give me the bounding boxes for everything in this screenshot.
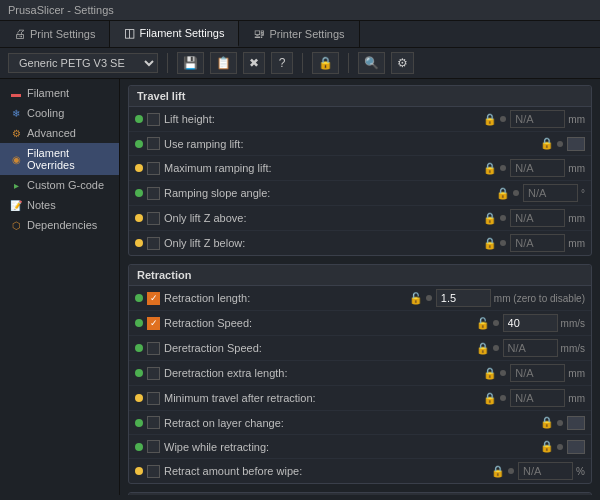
unit-retraction-speed: mm/s	[561, 318, 585, 329]
sidebar-item-filament[interactable]: ▬ Filament	[0, 83, 119, 103]
row-retract-before-wipe: Retract amount before wipe: 🔒 %	[129, 459, 591, 483]
sidebar-item-filament-overrides-label: Filament Overrides	[27, 147, 111, 171]
input-retraction-speed[interactable]	[503, 314, 558, 332]
controls-deretraction-extra: 🔒 mm	[483, 364, 585, 382]
lock-retract-layer-change[interactable]: 🔒	[540, 416, 554, 429]
input-min-travel[interactable]	[510, 389, 565, 407]
lock-max-ramping-lift[interactable]: 🔒	[483, 162, 497, 175]
input-lift-z-below[interactable]	[510, 234, 565, 252]
lock-lift-height[interactable]: 🔒	[483, 113, 497, 126]
sidebar-item-dependencies[interactable]: ⬡ Dependencies	[0, 215, 119, 235]
dot-deretraction-extra	[135, 369, 143, 377]
settings-button[interactable]: ⚙	[391, 52, 414, 74]
sidebar-item-advanced[interactable]: ⚙ Advanced	[0, 123, 119, 143]
tab-printer-settings[interactable]: 🖳 Printer Settings	[239, 21, 359, 47]
input-lift-z-above[interactable]	[510, 209, 565, 227]
lock-retraction-length[interactable]: 🔓	[409, 292, 423, 305]
row-lift-z-below: Only lift Z below: 🔒 mm	[129, 231, 591, 255]
app-title: PrusaSlicer - Settings	[8, 4, 114, 16]
sidebar-item-custom-gcode[interactable]: ▸ Custom G-code	[0, 175, 119, 195]
dot-deretraction-speed	[135, 344, 143, 352]
checkbox-retraction-speed[interactable]: ✓	[147, 317, 160, 330]
controls-lift-z-below: 🔒 mm	[483, 234, 585, 252]
lock-min-travel[interactable]: 🔒	[483, 392, 497, 405]
lock-button[interactable]: 🔒	[312, 52, 339, 74]
row-retraction-speed: ✓ Retraction Speed: 🔓 mm/s	[129, 311, 591, 336]
unit-deretraction-speed: mm/s	[561, 343, 585, 354]
input-max-ramping-lift[interactable]	[510, 159, 565, 177]
checkbox-retract-before-wipe[interactable]	[147, 465, 160, 478]
unit-lift-height: mm	[568, 114, 585, 125]
sidebar-item-cooling[interactable]: ❄ Cooling	[0, 103, 119, 123]
profile-select[interactable]: Generic PETG V3 SE	[8, 53, 158, 73]
dot-small-retraction-length	[426, 295, 432, 301]
row-max-ramping-lift: Maximum ramping lift: 🔒 mm	[129, 156, 591, 181]
help-button[interactable]: ?	[271, 52, 293, 74]
tab-bar: 🖨 Print Settings ◫ Filament Settings 🖳 P…	[0, 21, 600, 48]
checkbox-max-ramping-lift[interactable]	[147, 162, 160, 175]
unit-max-ramping-lift: mm	[568, 163, 585, 174]
checkbox-min-travel[interactable]	[147, 392, 160, 405]
row-min-travel: Minimum travel after retraction: 🔒 mm	[129, 386, 591, 411]
lock-deretraction-speed[interactable]: 🔒	[476, 342, 490, 355]
tab-print-settings[interactable]: 🖨 Print Settings	[0, 21, 110, 47]
lock-lift-z-below[interactable]: 🔒	[483, 237, 497, 250]
unit-deretraction-extra: mm	[568, 368, 585, 379]
checkbox-deretraction-extra[interactable]	[147, 367, 160, 380]
toolbar-separator-2	[302, 53, 303, 73]
notes-icon: 📝	[10, 199, 22, 211]
dot-small-lift-height	[500, 116, 506, 122]
sidebar-item-filament-overrides[interactable]: ◉ Filament Overrides	[0, 143, 119, 175]
checkbox-lift-z-below[interactable]	[147, 237, 160, 250]
filament-settings-icon: ◫	[124, 26, 135, 40]
label-lift-z-below: Only lift Z below:	[164, 237, 483, 249]
advanced-icon: ⚙	[10, 127, 22, 139]
sidebar-item-notes[interactable]: 📝 Notes	[0, 195, 119, 215]
tab-filament-settings[interactable]: ◫ Filament Settings	[110, 21, 239, 47]
label-max-ramping-lift: Maximum ramping lift:	[164, 162, 483, 174]
lock-deretraction-extra[interactable]: 🔒	[483, 367, 497, 380]
checkbox-deretraction-speed[interactable]	[147, 342, 160, 355]
checkbox-wipe-retracting[interactable]	[147, 440, 160, 453]
row-retraction-length: ✓ Retraction length: 🔓 mm (zero to disab…	[129, 286, 591, 311]
sidebar-item-filament-label: Filament	[27, 87, 69, 99]
lock-wipe-retracting[interactable]: 🔒	[540, 440, 554, 453]
lock-slope-angle[interactable]: 🔒	[496, 187, 510, 200]
unit-lift-z-above: mm	[568, 213, 585, 224]
input-deretraction-speed[interactable]	[503, 339, 558, 357]
dot-small-retraction-speed	[493, 320, 499, 326]
checkbox-lift-height[interactable]	[147, 113, 160, 126]
input-retraction-length[interactable]	[436, 289, 491, 307]
checkbox-ramping-lift[interactable]	[147, 137, 160, 150]
row-ramping-lift: Use ramping lift: 🔒	[129, 132, 591, 156]
controls-min-travel: 🔒 mm	[483, 389, 585, 407]
input-retract-before-wipe[interactable]	[518, 462, 573, 480]
lock-retraction-speed[interactable]: 🔓	[476, 317, 490, 330]
label-lift-height: Lift height:	[164, 113, 483, 125]
copy-button[interactable]: 📋	[210, 52, 237, 74]
input-deretraction-extra[interactable]	[510, 364, 565, 382]
dot-small-retract-layer-change	[557, 420, 563, 426]
section-retraction-tool-disabled-title: Retraction when tool is disabled	[129, 493, 591, 495]
input-lift-height[interactable]	[510, 110, 565, 128]
checkbox-lift-z-above[interactable]	[147, 212, 160, 225]
save-button[interactable]: 💾	[177, 52, 204, 74]
search-button[interactable]: 🔍	[358, 52, 385, 74]
delete-button[interactable]: ✖	[243, 52, 265, 74]
checkbox-retract-layer-change[interactable]	[147, 416, 160, 429]
dot-small-min-travel	[500, 395, 506, 401]
input-slope-angle[interactable]	[523, 184, 578, 202]
square-retract-layer-change[interactable]	[567, 416, 585, 430]
checkbox-slope-angle[interactable]	[147, 187, 160, 200]
label-retraction-speed: Retraction Speed:	[164, 317, 476, 329]
lock-ramping-lift[interactable]: 🔒	[540, 137, 554, 150]
dot-small-deretraction-speed	[493, 345, 499, 351]
lock-lift-z-above[interactable]: 🔒	[483, 212, 497, 225]
checkbox-retraction-length[interactable]: ✓	[147, 292, 160, 305]
dot-lift-z-above	[135, 214, 143, 222]
lock-retract-before-wipe[interactable]: 🔒	[491, 465, 505, 478]
square-wipe-retracting[interactable]	[567, 440, 585, 454]
dot-min-travel	[135, 394, 143, 402]
square-ramping-lift[interactable]	[567, 137, 585, 151]
dot-retraction-length	[135, 294, 143, 302]
